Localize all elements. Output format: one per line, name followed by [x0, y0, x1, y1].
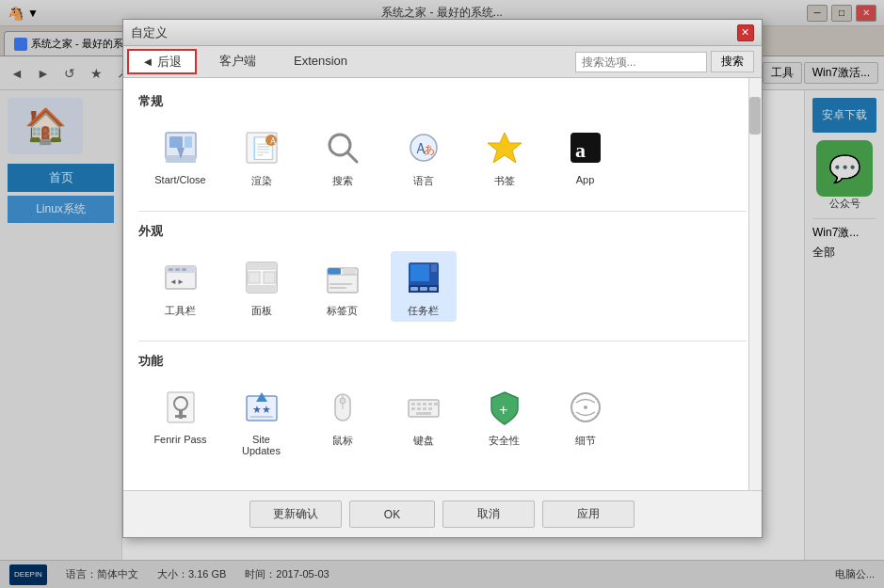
dialog-tab-extension[interactable]: Extension [275, 46, 366, 77]
svg-rect-39 [410, 264, 429, 281]
dialog-scrollbar[interactable] [748, 78, 762, 490]
dialog-back-button[interactable]: ◄ 后退 [127, 49, 197, 74]
svg-text:a: a [575, 138, 586, 162]
bookmarks-svg [486, 129, 523, 167]
svg-text:◄►: ◄► [169, 278, 185, 286]
fenrir-label: Fenrir Pass [153, 434, 206, 445]
svg-rect-32 [329, 283, 352, 285]
taskbar-icon-box [401, 255, 446, 300]
panel-svg [243, 259, 281, 296]
dialog-search-input[interactable] [575, 52, 707, 72]
general-section-title: 常规 [138, 93, 747, 110]
mouse-label: 鼠标 [332, 434, 353, 448]
svg-marker-14 [488, 133, 522, 163]
dialog-content: 常规 Start/Close [123, 78, 762, 490]
tabs-label: 标签页 [327, 304, 358, 318]
apply-button[interactable]: 应用 [542, 501, 635, 528]
panel-icon-box [239, 255, 284, 300]
icon-item-search[interactable]: 搜索 [310, 121, 376, 192]
fenrir-svg [162, 389, 200, 426]
svg-line-10 [347, 152, 357, 162]
dialog-search-area: 搜索 [568, 46, 762, 77]
ok-button[interactable]: OK [349, 501, 435, 528]
features-section-title: 功能 [138, 353, 747, 370]
panel-label: 面板 [251, 304, 272, 318]
svg-rect-57 [434, 403, 438, 405]
update-confirm-button[interactable]: 更新确认 [249, 501, 342, 528]
language-label: 语言 [413, 174, 434, 188]
search-label: 搜索 [332, 174, 353, 188]
svg-rect-53 [411, 403, 415, 405]
dialog-tab-client[interactable]: 客户端 [201, 46, 275, 77]
app-svg: a [567, 129, 604, 167]
render-label: 渲染 [251, 174, 272, 188]
toolbar-icon-box: ◄► [158, 255, 203, 300]
taskbar-label: 任务栏 [408, 304, 439, 318]
app-label: App [576, 174, 595, 185]
fenrir-icon-box [158, 385, 203, 430]
icon-item-fenrir[interactable]: Fenrir Pass [148, 381, 214, 460]
security-svg: + [486, 389, 523, 426]
keyboard-label: 键盘 [413, 434, 434, 448]
language-icon-box: Ａ あ [401, 125, 446, 170]
svg-rect-58 [411, 407, 415, 410]
start-close-label: Start/Close [154, 174, 205, 185]
browser-background: 🐴 ▼ 系统之家 - 最好的系统... ─ □ ✕ 系统之家 - 最好的系统 ✕… [0, 0, 884, 588]
svg-rect-3 [185, 136, 192, 148]
svg-rect-26 [249, 272, 260, 283]
icon-item-render[interactable]: 📄 Ａ 渲染 [229, 121, 295, 192]
svg-rect-21 [182, 268, 186, 271]
cancel-button[interactable]: 取消 [442, 501, 535, 528]
svg-rect-19 [169, 268, 173, 271]
icon-item-start-close[interactable]: Start/Close [148, 121, 214, 192]
svg-rect-60 [423, 407, 426, 410]
icon-item-mouse[interactable]: 鼠标 [310, 381, 376, 460]
section-divider-2 [138, 341, 747, 342]
bookmarks-label: 书签 [494, 174, 515, 188]
mouse-svg [324, 389, 362, 426]
start-close-icon-box [158, 125, 203, 170]
security-icon-box: + [482, 385, 527, 430]
icon-item-details[interactable]: 细节 [553, 381, 619, 460]
toolbar-svg: ◄► [162, 259, 200, 296]
icon-item-language[interactable]: Ａ あ 语言 [391, 121, 457, 192]
svg-text:あ: あ [424, 143, 435, 156]
icon-item-keyboard[interactable]: 键盘 [391, 381, 457, 460]
svg-rect-44 [175, 415, 186, 418]
icon-item-taskbar[interactable]: 任务栏 [391, 251, 457, 322]
icon-item-app[interactable]: a App [553, 121, 619, 192]
svg-rect-2 [169, 136, 183, 148]
start-close-svg [162, 129, 200, 167]
search-icon-box [320, 125, 365, 170]
icon-item-bookmarks[interactable]: 书签 [472, 121, 538, 192]
svg-rect-20 [175, 268, 180, 271]
svg-rect-51 [340, 398, 346, 404]
icon-item-toolbar[interactable]: ◄► 工具栏 [148, 251, 214, 322]
svg-rect-61 [428, 407, 432, 410]
general-icon-grid: Start/Close 📄 Ａ 渲染 [138, 121, 747, 192]
security-label: 安全性 [489, 434, 520, 448]
dialog-tabs: ◄ 后退 客户端 Extension 搜索 [123, 46, 762, 78]
mouse-icon-box [320, 385, 365, 430]
scrollbar-thumb[interactable] [749, 97, 761, 135]
bookmarks-icon-box [482, 125, 527, 170]
dialog-search-button[interactable]: 搜索 [711, 51, 754, 72]
keyboard-icon-box [401, 385, 446, 430]
search-svg [324, 129, 362, 167]
svg-rect-25 [247, 285, 277, 293]
icon-item-security[interactable]: + 安全性 [472, 381, 538, 460]
svg-text:★★: ★★ [252, 404, 271, 415]
features-icon-grid: Fenrir Pass ★★ Site Updates [138, 381, 747, 460]
render-svg: 📄 Ａ [243, 129, 281, 167]
svg-point-65 [584, 405, 587, 409]
dialog-close-button[interactable]: ✕ [737, 24, 754, 41]
details-label: 细节 [575, 434, 596, 448]
icon-item-site-updates[interactable]: ★★ Site Updates [229, 381, 295, 460]
svg-text:Ａ: Ａ [268, 135, 278, 146]
toolbar-label: 工具栏 [165, 304, 196, 318]
svg-rect-54 [417, 403, 421, 405]
appearance-icon-grid: ◄► 工具栏 [138, 251, 747, 322]
site-updates-svg: ★★ [243, 389, 281, 426]
icon-item-tabs[interactable]: 标签页 [310, 251, 376, 322]
icon-item-panel[interactable]: 面板 [229, 251, 295, 322]
